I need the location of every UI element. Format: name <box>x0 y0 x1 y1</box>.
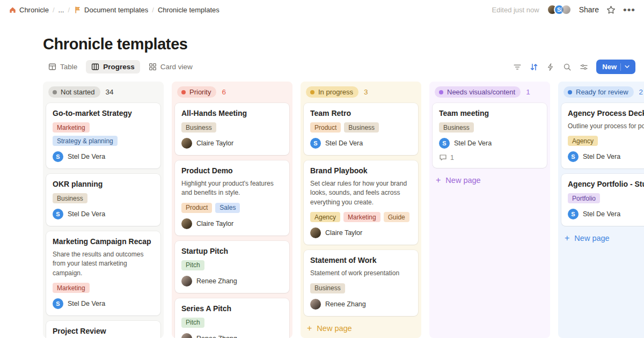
card-title: Agency Portfolio - Studio <box>568 180 644 188</box>
column-header: Needs visuals/content1 <box>429 82 550 100</box>
breadcrumb-label: Chronicle <box>19 6 49 14</box>
topbar-actions: Edited just now S Share ••• <box>492 4 636 15</box>
avatar-stel-de-vera: S <box>53 151 63 162</box>
card-okr-planning[interactable]: OKR planningBusinessSStel De Vera <box>46 174 160 226</box>
avatar-stel-de-vera: S <box>568 209 579 219</box>
card-title: Brand Playbook <box>310 166 412 175</box>
status-label: Needs visuals/content <box>447 88 515 96</box>
assignee-name: Stel De Vera <box>454 139 492 147</box>
card-statement-of-work[interactable]: Statement of WorkStatement of work prese… <box>304 250 418 315</box>
new-page-button[interactable]: +New page <box>429 171 550 189</box>
card-brand-playbook[interactable]: Brand PlaybookSet clear rules for how yo… <box>304 160 418 245</box>
avatar-stel-de-vera: S <box>439 138 450 149</box>
breadcrumb-collapsed[interactable]: ... <box>58 6 64 14</box>
tag-marketing: Marketing <box>53 283 90 293</box>
board-column-in-progress: In progress3Team RetroProductBusinessSSt… <box>301 82 421 338</box>
automation-bolt-icon[interactable] <box>546 63 555 71</box>
column-cards: Team meetingBusinessSStel De Vera1 <box>429 100 550 168</box>
filter-icon[interactable] <box>513 63 522 71</box>
assignee-name: Stel De Vera <box>68 210 105 218</box>
assignee-name: Stel De Vera <box>583 210 620 218</box>
card-title: Team meeting <box>439 109 540 117</box>
tag-strategy-planning: Strategy & planning <box>53 136 118 146</box>
sort-icon[interactable] <box>530 63 538 71</box>
comment-count: 1 <box>439 153 540 161</box>
tag-product: Product <box>181 203 212 213</box>
card-title: Startup Pitch <box>181 247 283 255</box>
avatar-stel-de-vera: S <box>568 151 579 162</box>
card-series-a-pitch[interactable]: Series A PitchPitchRenee Zhang <box>175 298 289 338</box>
tab-card-view[interactable]: Card view <box>143 60 198 74</box>
cards-icon <box>149 63 157 71</box>
card-startup-pitch[interactable]: Startup PitchPitchRenee Zhang <box>175 241 289 293</box>
new-page-button[interactable]: +New page <box>558 229 644 247</box>
tag-marketing: Marketing <box>343 212 380 222</box>
card-tags: Business <box>53 193 154 203</box>
share-button[interactable]: Share <box>579 5 599 14</box>
assignee-name: Claire Taylor <box>196 139 233 147</box>
card-agency-portfolio-studio[interactable]: Agency Portfolio - StudioPortfolioSStel … <box>561 174 644 226</box>
tab-table[interactable]: Table <box>43 60 83 74</box>
breadcrumb-separator: / <box>152 6 154 14</box>
breadcrumb-separator: / <box>53 6 55 14</box>
breadcrumb: Chronicle / ... / Document templates / C… <box>9 6 219 14</box>
card-agency-process-deck[interactable]: Agency Process DeckOutline your process … <box>561 103 644 168</box>
assignee-name: Stel De Vera <box>325 139 363 147</box>
card-all-hands-meeting[interactable]: All-Hands MeetingBusinessClaire Taylor <box>175 103 289 155</box>
tag-business: Business <box>53 193 87 203</box>
card-marketing-campaign-recap[interactable]: Marketing Campaign RecapShare the result… <box>46 231 160 315</box>
avatar-claire-taylor <box>310 227 321 238</box>
search-icon[interactable] <box>563 63 572 71</box>
avatar-renee-zhang[interactable] <box>561 4 572 15</box>
tag-marketing: Marketing <box>53 122 90 133</box>
card-go-to-market-strategy[interactable]: Go-to-market StrategyMarketingStrategy &… <box>46 103 160 168</box>
card-assignee: SStel De Vera <box>53 151 154 162</box>
breadcrumb-chronicle-templates[interactable]: Chronicle templates <box>158 6 219 14</box>
new-page-label: New page <box>317 324 352 333</box>
card-product-demo[interactable]: Product DemoHighlight your product's fea… <box>175 160 289 236</box>
breadcrumb-document-templates[interactable]: Document templates <box>74 6 148 14</box>
status-pill-ready-for-review[interactable]: Ready for review <box>564 86 634 98</box>
new-button-label: New <box>602 63 617 71</box>
more-options-icon[interactable]: ••• <box>623 5 635 15</box>
card-team-meeting[interactable]: Team meetingBusinessSStel De Vera1 <box>433 103 547 168</box>
status-label: Priority <box>189 88 211 96</box>
tab-label: Table <box>60 63 77 71</box>
card-tags: Portfolio <box>568 193 644 203</box>
page-title: Chronicle templates <box>43 35 601 53</box>
status-pill-priority[interactable]: Priority <box>177 86 216 98</box>
card-description: Share the results and outcomes from your… <box>53 250 154 278</box>
card-description: Outline your process for potenti <box>568 122 644 131</box>
avatar-renee-zhang <box>181 333 192 338</box>
collaborator-avatars: S <box>547 4 572 15</box>
card-project-review[interactable]: Project ReviewBusinessProductSStel De Ve… <box>46 321 160 338</box>
card-title: All-Hands Meeting <box>181 109 283 117</box>
table-icon <box>48 63 56 71</box>
card-tags: Pitch <box>181 260 283 270</box>
avatar-renee-zhang <box>310 299 321 310</box>
card-title: Go-to-market Strategy <box>53 109 154 117</box>
card-assignee: SStel De Vera <box>53 209 154 219</box>
new-page-button[interactable]: +New page <box>301 319 421 337</box>
new-button[interactable]: New <box>596 60 635 74</box>
breadcrumb-separator: / <box>68 6 70 14</box>
kanban-board: Not started34Go-to-market StrategyMarket… <box>0 82 644 338</box>
status-pill-not-started[interactable]: Not started <box>48 86 100 98</box>
tab-progress[interactable]: Progress <box>86 60 140 74</box>
card-tags: Agency <box>568 136 644 146</box>
view-controls: Table Progress Card view <box>43 60 635 74</box>
column-count: 3 <box>364 88 368 96</box>
status-pill-needs-visuals-content[interactable]: Needs visuals/content <box>435 86 521 98</box>
breadcrumb-chronicle[interactable]: Chronicle <box>9 6 49 14</box>
favorite-star-icon[interactable] <box>606 5 616 14</box>
card-team-retro[interactable]: Team RetroProductBusinessSStel De Vera <box>304 103 418 155</box>
card-assignee: SStel De Vera <box>53 298 154 309</box>
view-settings-icon[interactable] <box>580 63 588 71</box>
button-divider <box>620 63 621 71</box>
tab-label: Progress <box>103 63 135 71</box>
card-description: Highlight your product's features and be… <box>181 179 283 198</box>
status-pill-in-progress[interactable]: In progress <box>306 86 358 98</box>
status-dot-icon <box>53 90 57 94</box>
board-column-ready-for-review: Ready for review2Agency Process DeckOutl… <box>558 82 644 338</box>
tag-sales: Sales <box>215 203 240 213</box>
